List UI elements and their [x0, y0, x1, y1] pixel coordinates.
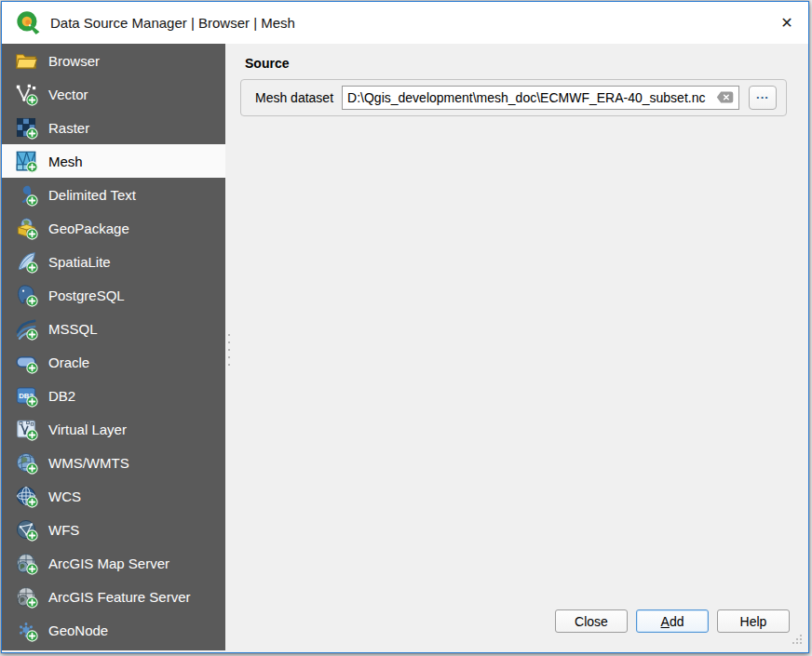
sidebar-item-label: ArcGIS Map Server: [48, 556, 169, 571]
close-button[interactable]: Close: [555, 609, 628, 633]
source-groupbox: Mesh dataset ...: [240, 79, 787, 116]
sidebar-item-label: Delimited Text: [48, 187, 136, 203]
mesh-dataset-input[interactable]: [343, 87, 738, 109]
sidebar-item-label: Raster: [48, 120, 89, 136]
browse-button[interactable]: ...: [749, 86, 777, 110]
sidebar-item-geonode[interactable]: GeoNode: [2, 613, 225, 647]
titlebar[interactable]: Data Source Manager | Browser | Mesh ✕: [2, 2, 808, 44]
vector-icon: [14, 82, 38, 106]
sidebar-item-label: GeoPackage: [48, 221, 129, 236]
sidebar-item-label: Oracle: [48, 355, 89, 370]
dialog-body: Browser Vector Raster Mesh Delimited Tex…: [2, 44, 808, 650]
db2-icon: DB2: [14, 383, 38, 408]
arcgis-map-server-icon: [14, 551, 38, 575]
postgresql-icon: [14, 283, 38, 307]
sidebar-item-label: WFS: [48, 522, 79, 538]
sidebar-item-wcs[interactable]: WCS: [2, 479, 225, 513]
sidebar-item-vector[interactable]: Vector: [2, 77, 225, 111]
sidebar-item-virtual-layer[interactable]: Virtual Layer: [2, 412, 225, 446]
sidebar-item-oracle[interactable]: Oracle: [2, 345, 225, 379]
mesh-dataset-input-wrap: [342, 86, 739, 110]
sidebar-item-mssql[interactable]: MSSQL: [2, 312, 225, 345]
clear-input-icon[interactable]: [716, 91, 734, 103]
dialog-buttons: CloseAddHelp: [555, 609, 790, 633]
mesh-dataset-label: Mesh dataset: [255, 90, 333, 105]
folder-icon: [14, 48, 38, 73]
geonode-icon: [14, 618, 38, 642]
raster-icon: [14, 115, 38, 140]
wcs-icon: [14, 484, 38, 508]
sidebar-item-label: SpatiaLite: [48, 254, 111, 270]
sidebar-item-label: WMS/WMTS: [48, 455, 129, 471]
sidebar-item-label: MSSQL: [48, 321, 98, 337]
sidebar-item-db2[interactable]: DB2 DB2: [2, 379, 225, 412]
content-pane: Source Mesh dataset ...: [225, 44, 808, 650]
mssql-icon: [14, 316, 38, 341]
sidebar: Browser Vector Raster Mesh Delimited Tex…: [2, 44, 225, 650]
sidebar-item-arcgis-map-server[interactable]: ArcGIS Map Server: [2, 546, 225, 580]
sidebar-item-postgresql[interactable]: PostgreSQL: [2, 278, 225, 312]
sidebar-item-label: Vector: [48, 87, 88, 102]
splitter-handle[interactable]: [227, 334, 231, 369]
oracle-icon: [14, 350, 38, 374]
sidebar-item-spatialite[interactable]: SpatiaLite: [2, 245, 225, 278]
sidebar-item-label: PostgreSQL: [48, 288, 125, 303]
sidebar-item-raster[interactable]: Raster: [2, 111, 225, 144]
data-source-manager-window: Data Source Manager | Browser | Mesh ✕ B…: [1, 1, 809, 653]
sidebar-item-browser[interactable]: Browser: [2, 44, 225, 77]
help-button[interactable]: Help: [717, 609, 790, 633]
close-button[interactable]: ✕: [765, 2, 808, 44]
resize-grip[interactable]: [790, 632, 805, 647]
sidebar-item-geopackage[interactable]: GeoPackage: [2, 211, 225, 245]
sidebar-item-wms-wmts[interactable]: WMS/WMTS: [2, 446, 225, 479]
sidebar-item-label: Browser: [48, 53, 100, 69]
sidebar-item-label: Mesh: [48, 154, 83, 169]
sidebar-item-mesh[interactable]: Mesh: [2, 144, 225, 178]
add-button[interactable]: Add: [636, 609, 709, 633]
delimited-text-icon: [14, 182, 38, 207]
sidebar-item-label: WCS: [48, 489, 81, 504]
spatialite-icon: [14, 249, 38, 274]
wms-wmts-icon: [14, 450, 38, 475]
virtual-layer-icon: [14, 417, 38, 441]
sidebar-item-wfs[interactable]: WFS: [2, 513, 225, 546]
sidebar-item-label: Virtual Layer: [48, 422, 127, 437]
arcgis-feature-server-icon: [14, 584, 38, 609]
geopackage-icon: [14, 216, 38, 240]
sidebar-item-arcgis-feature-server[interactable]: ArcGIS Feature Server: [2, 580, 225, 613]
source-section-title: Source: [245, 56, 289, 71]
sidebar-item-label: ArcGIS Feature Server: [48, 589, 191, 605]
wfs-icon: [14, 517, 38, 542]
window-title: Data Source Manager | Browser | Mesh: [50, 15, 295, 31]
mesh-icon: [14, 149, 38, 173]
sidebar-item-delimited-text[interactable]: Delimited Text: [2, 178, 225, 211]
qgis-logo-icon: [16, 10, 41, 35]
sidebar-item-label: GeoNode: [48, 623, 108, 638]
sidebar-item-label: DB2: [48, 388, 75, 404]
screen: Data Source Manager | Browser | Mesh ✕ B…: [0, 0, 812, 656]
